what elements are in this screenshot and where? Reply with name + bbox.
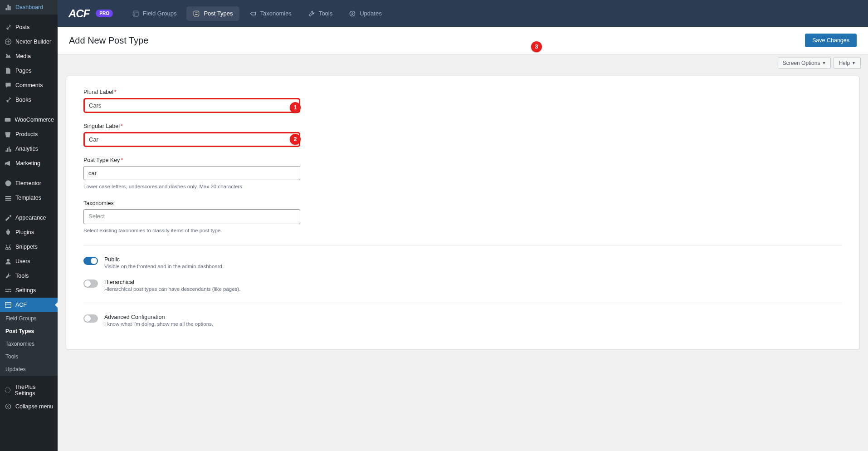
sidebar-item-snippets[interactable]: Snippets [0,240,58,254]
annotation-badge-1: 1 [290,102,301,113]
tab-label: Tools [319,10,332,17]
sidebar-item-products[interactable]: Products [0,127,58,142]
sidebar-item-theplus[interactable]: ThePlus Settings [0,381,58,399]
tab-post-types[interactable]: Post Types [186,6,239,21]
sidebar-label: Dashboard [15,4,43,10]
tab-taxonomies[interactable]: Taxonomies [243,6,298,21]
plural-label-input[interactable] [83,98,300,113]
tab-label: Post Types [204,10,233,17]
label-text: Singular Label [83,123,120,129]
svg-point-3 [5,181,11,186]
sidebar-label: Tools [15,273,29,279]
advanced-toggle[interactable] [83,314,98,323]
analytics-icon [4,144,13,153]
sidebar-item-settings[interactable]: Settings [0,283,58,298]
key-help-text: Lower case letters, underscores and dash… [83,183,300,190]
label-text: Post Type Key [83,157,120,163]
sidebar-item-posts[interactable]: Posts [0,20,58,34]
submenu-post-types[interactable]: Post Types [0,325,58,338]
submenu-tools[interactable]: Tools [0,350,58,363]
public-toggle[interactable] [83,257,98,265]
sidebar-item-plugins[interactable]: Plugins [0,225,58,240]
sidebar-label: Pages [15,68,31,74]
svg-rect-11 [194,11,199,16]
divider [83,303,842,303]
collapse-icon [4,402,13,411]
sidebar-item-nexter[interactable]: Nexter Builder [0,34,58,49]
util-label: Screen Options [783,60,820,66]
sidebar-item-templates[interactable]: Templates [0,191,58,205]
key-label: Post Type Key* [83,157,300,163]
sidebar-item-appearance[interactable]: Appearance [0,211,58,225]
sidebar-label: Collapse menu [15,403,53,410]
sidebar-item-collapse[interactable]: Collapse menu [0,399,58,414]
singular-label-label: Singular Label* [83,123,300,129]
pin-icon [4,95,13,104]
utility-row: Screen Options▼ Help▼ [58,54,868,69]
sidebar-label: Books [15,97,31,103]
templates-icon [4,193,13,202]
acf-pro-badge: PRO [96,10,113,17]
sidebar-label: Users [15,258,30,265]
sidebar-item-books[interactable]: Books [0,93,58,107]
snippets-icon [4,242,13,251]
util-label: Help [839,60,850,66]
sidebar-label: Posts [15,24,29,30]
appearance-icon [4,213,13,222]
sidebar-label: Analytics [15,146,38,152]
chevron-down-icon: ▼ [852,61,856,65]
post-types-icon [193,10,200,17]
tab-field-groups[interactable]: Field Groups [126,6,183,21]
submenu-updates[interactable]: Updates [0,363,58,376]
post-type-key-input[interactable] [83,166,300,180]
sidebar-item-comments[interactable]: Comments [0,78,58,93]
taxonomies-icon [249,10,257,17]
sidebar-item-tools[interactable]: Tools [0,269,58,283]
dashboard-icon [4,3,13,12]
sidebar-item-analytics[interactable]: Analytics [0,142,58,156]
required-marker: * [121,123,123,129]
hierarchical-toggle[interactable] [83,279,98,288]
tab-updates[interactable]: Updates [342,6,388,21]
sidebar-label: Snippets [15,244,38,250]
content-wrap: Plural Label* 1 Singular Label* 2 Post T… [58,69,868,357]
tab-label: Field Groups [143,10,176,17]
submenu-label: Taxonomies [5,341,34,347]
screen-options-button[interactable]: Screen Options▼ [778,58,831,69]
sidebar-label: Comments [15,82,43,88]
taxonomies-select[interactable]: Select [83,209,300,224]
toggle-hierarchical: Hierarchical Hierarchical post types can… [83,279,842,292]
submenu-label: Tools [5,353,18,360]
comment-icon [4,81,13,90]
sidebar-item-pages[interactable]: Pages [0,64,58,78]
submenu-label: Field Groups [5,315,37,322]
save-changes-button[interactable]: Save Changes [805,34,857,47]
sidebar-item-marketing[interactable]: Marketing [0,156,58,171]
help-button[interactable]: Help▼ [834,58,861,69]
elementor-icon [4,179,13,188]
advanced-toggle-label: Advanced Configuration [104,314,213,320]
submenu-label: Post Types [5,328,34,334]
sidebar-item-woocommerce[interactable]: WooCommerce [0,113,58,127]
singular-label-input[interactable] [83,132,300,147]
form-panel: Plural Label* 1 Singular Label* 2 Post T… [66,76,860,350]
sidebar-item-dashboard[interactable]: Dashboard [0,0,58,15]
plugins-icon [4,228,13,237]
field-plural-label: Plural Label* [83,89,300,113]
svg-point-9 [5,404,10,409]
theplus-icon [4,386,12,395]
main-area: ACF PRO Field Groups Post Types Taxonomi… [58,0,868,451]
sidebar-item-media[interactable]: Media [0,49,58,64]
tab-tools[interactable]: Tools [302,6,339,21]
tools-icon [4,271,13,280]
submenu-taxonomies[interactable]: Taxonomies [0,338,58,350]
field-post-type-key: Post Type Key* Lower case letters, under… [83,157,300,190]
tab-label: Taxonomies [260,10,292,17]
sidebar-item-users[interactable]: Users [0,254,58,269]
sidebar-label: ThePlus Settings [15,384,54,397]
submenu-field-groups[interactable]: Field Groups [0,312,58,325]
annotation-badge-3: 3 [531,41,542,52]
sidebar-item-elementor[interactable]: Elementor [0,176,58,191]
sidebar-item-acf[interactable]: ACF [0,298,58,312]
product-icon [4,130,13,139]
